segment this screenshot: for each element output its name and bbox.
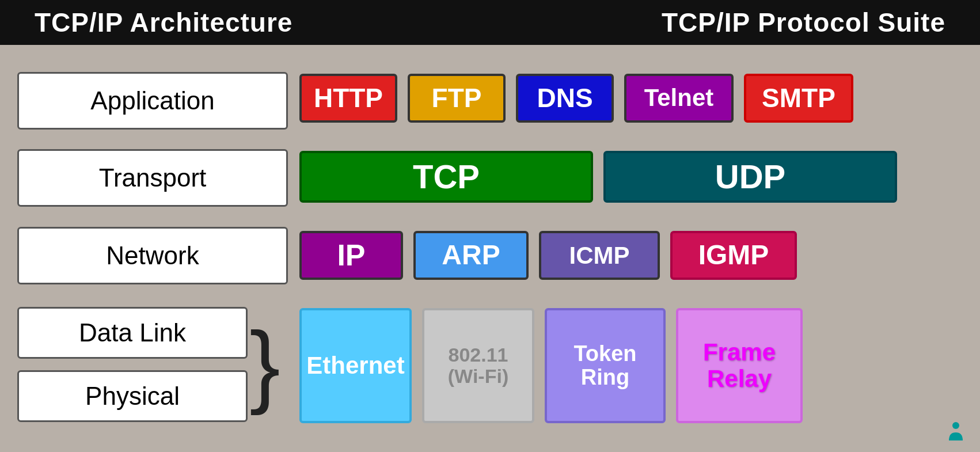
brace-area: Data Link Physical } [17, 304, 288, 425]
application-layer-label: Application [17, 72, 288, 130]
protocol-column: HTTP FTP DNS Telnet SMTP TCP UDP [299, 56, 963, 440]
icmp-protocol: ICMP [539, 231, 660, 280]
application-protocol-row: HTTP FTP DNS Telnet SMTP [299, 74, 963, 123]
header-right-title: TCP/IP Protocol Suite [662, 7, 945, 38]
ftp-protocol: FTP [408, 74, 506, 123]
transport-layer-label: Transport [17, 149, 288, 207]
brace-labels: Data Link Physical [17, 304, 248, 425]
wifi-protocol: 802.11 (Wi-Fi) [422, 308, 534, 423]
transport-protocol-row: TCP UDP [299, 151, 963, 203]
http-protocol: HTTP [299, 74, 397, 123]
bottom-right-icon [945, 421, 966, 442]
udp-protocol: UDP [603, 151, 897, 203]
smtp-protocol: SMTP [744, 74, 853, 123]
svg-point-0 [952, 422, 959, 429]
igmp-protocol: IGMP [670, 231, 797, 280]
framerelay-protocol: Frame Relay [676, 308, 803, 423]
datalink-physical-protocol-row: Ethernet 802.11 (Wi-Fi) Token Ring Frame… [299, 308, 963, 423]
network-protocol-row: IP ARP ICMP IGMP [299, 231, 963, 280]
ip-protocol: IP [299, 231, 403, 280]
main-content: Application Transport Network Data Link … [0, 45, 980, 452]
network-layer-label: Network [17, 227, 288, 284]
arp-protocol: ARP [413, 231, 529, 280]
tokenring-protocol: Token Ring [545, 308, 666, 423]
brace-symbol: } [242, 304, 288, 425]
physical-layer-label: Physical [17, 370, 248, 422]
ethernet-protocol: Ethernet [299, 308, 412, 423]
dns-protocol: DNS [516, 74, 614, 123]
datalink-layer-label: Data Link [17, 307, 248, 359]
header-left-title: TCP/IP Architecture [35, 7, 293, 38]
telnet-protocol: Telnet [624, 74, 734, 123]
header: TCP/IP Architecture TCP/IP Protocol Suit… [0, 0, 980, 45]
tcp-protocol: TCP [299, 151, 593, 203]
architecture-column: Application Transport Network Data Link … [17, 56, 299, 440]
